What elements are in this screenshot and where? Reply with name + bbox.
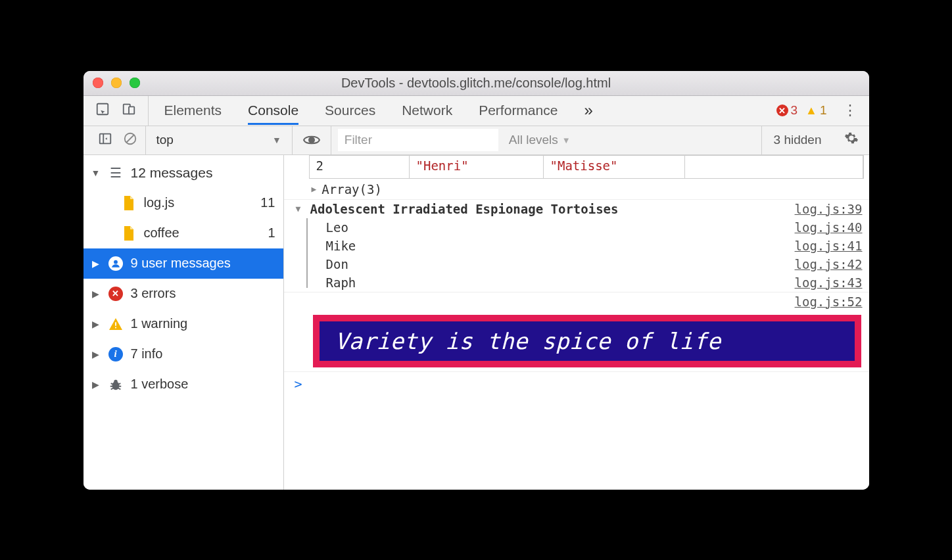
bug-icon: [108, 377, 123, 392]
console-group-header[interactable]: ▼ Adolescent Irradiated Espionage Tortoi…: [284, 199, 869, 218]
warning-count: 1: [820, 103, 827, 118]
chevron-right-icon: ▶: [91, 319, 101, 329]
error-icon: ✕: [776, 105, 788, 116]
sidebar-user-messages[interactable]: ▶ 9 user messages: [83, 248, 283, 279]
inspect-element-icon[interactable]: [95, 102, 110, 120]
sidebar-verbose[interactable]: ▶ 1 verbose: [83, 369, 283, 400]
tab-elements[interactable]: Elements: [164, 96, 222, 125]
list-icon: ☰: [108, 166, 123, 180]
console-group-body: Leo log.js:40 Mike log.js:41 Don log.js:…: [284, 218, 869, 292]
styled-log-output: Variety is the spice of life: [313, 315, 861, 367]
error-count: 3: [791, 103, 798, 118]
sidebar-messages-label: 12 messages: [131, 165, 213, 181]
group-title: Adolescent Irradiated Espionage Tortoise…: [308, 202, 795, 216]
log-levels-selector[interactable]: All levels ▼: [509, 133, 571, 147]
table-cell-empty: [685, 156, 863, 178]
tab-strip: Elements Console Sources Network Perform…: [83, 96, 869, 126]
file-icon: [122, 226, 136, 241]
svg-line-18: [118, 388, 120, 389]
warning-icon: ▲: [805, 104, 817, 118]
svg-line-6: [126, 135, 133, 142]
console-prompt[interactable]: >: [284, 371, 869, 396]
console-table-row[interactable]: 2 "Henri" "Matisse": [309, 155, 864, 179]
live-expression-icon[interactable]: [293, 126, 331, 154]
log-message: Raph: [323, 275, 795, 290]
console-log-line[interactable]: Mike log.js:41: [284, 237, 869, 255]
file-count: 1: [268, 225, 275, 241]
log-message: Leo: [323, 220, 795, 235]
tab-network[interactable]: Network: [402, 96, 452, 125]
source-link[interactable]: log.js:43: [795, 275, 863, 290]
console-output[interactable]: 2 "Henri" "Matisse" ▶ Array(3) ▼ Adolesc…: [284, 155, 869, 490]
zoom-window-button[interactable]: [130, 78, 140, 88]
file-name: log.js: [144, 195, 175, 210]
tab-sources[interactable]: Sources: [325, 96, 375, 125]
window-title: DevTools - devtools.glitch.me/console/lo…: [83, 76, 869, 91]
clear-console-icon[interactable]: [123, 131, 137, 149]
main-area: ▼ ☰ 12 messages log.js 11 coffee 1 ▶: [83, 155, 869, 490]
context-selector[interactable]: top ▼: [146, 126, 293, 154]
devtools-window: DevTools - devtools.glitch.me/console/lo…: [83, 71, 869, 490]
sidebar-errors[interactable]: ▶ ✕ 3 errors: [83, 279, 283, 309]
table-cell-index: 2: [310, 156, 410, 178]
info-label: 7 info: [131, 346, 163, 362]
verbose-label: 1 verbose: [131, 377, 189, 392]
console-log-line[interactable]: log.js:52: [284, 292, 869, 311]
tabs-overflow-icon[interactable]: »: [584, 101, 592, 120]
levels-label: All levels: [509, 133, 558, 147]
prompt-caret-icon: >: [295, 376, 302, 392]
chevron-right-icon: ▶: [312, 184, 317, 194]
svg-point-8: [114, 260, 118, 264]
source-link[interactable]: log.js:39: [795, 202, 863, 216]
toggle-sidebar-icon[interactable]: [98, 131, 112, 149]
filter-input[interactable]: Filter: [338, 129, 498, 151]
tab-row: Elements Console Sources Network Perform…: [149, 96, 776, 125]
tab-performance[interactable]: Performance: [479, 96, 558, 125]
source-link[interactable]: log.js:52: [795, 294, 863, 309]
hidden-messages-label[interactable]: 3 hidden: [761, 126, 834, 154]
svg-rect-9: [115, 322, 116, 325]
sidebar-warnings[interactable]: ▶ 1 warning: [83, 309, 283, 339]
source-link[interactable]: log.js:42: [795, 257, 863, 271]
sidebar-file-logjs[interactable]: log.js 11: [83, 188, 283, 218]
error-count-badge[interactable]: ✕ 3: [776, 103, 798, 118]
sidebar-info[interactable]: ▶ i 7 info: [83, 339, 283, 369]
console-log-line[interactable]: Leo log.js:40: [284, 218, 869, 237]
toolbar-left: [90, 126, 146, 154]
console-sidebar: ▼ ☰ 12 messages log.js 11 coffee 1 ▶: [83, 155, 284, 490]
warning-count-badge[interactable]: ▲ 1: [805, 103, 826, 118]
warning-icon: [108, 317, 123, 331]
chevron-right-icon: ▶: [91, 349, 101, 360]
file-name: coffee: [144, 225, 179, 241]
file-count: 11: [260, 195, 275, 210]
user-messages-label: 9 user messages: [131, 256, 231, 271]
window-controls: [93, 78, 140, 88]
chevron-down-icon: ▼: [296, 204, 308, 214]
settings-menu-icon[interactable]: ⋮: [843, 102, 857, 119]
svg-point-7: [309, 137, 314, 143]
dropdown-caret-icon: ▼: [562, 135, 571, 145]
tab-right-status: ✕ 3 ▲ 1 ⋮: [776, 102, 869, 119]
svg-point-12: [114, 379, 118, 383]
device-toggle-icon[interactable]: [122, 102, 136, 120]
source-link[interactable]: log.js:41: [795, 239, 863, 253]
file-icon: [122, 196, 136, 210]
svg-rect-10: [115, 327, 116, 328]
tab-console[interactable]: Console: [248, 96, 298, 125]
array-expand-row[interactable]: ▶ Array(3): [284, 181, 869, 199]
sidebar-messages[interactable]: ▼ ☰ 12 messages: [83, 158, 283, 188]
warnings-label: 1 warning: [131, 316, 188, 331]
close-window-button[interactable]: [93, 78, 103, 88]
errors-label: 3 errors: [131, 286, 176, 301]
sidebar-file-coffee[interactable]: coffee 1: [83, 218, 283, 248]
table-cell-last: "Matisse": [544, 156, 685, 178]
error-icon: ✕: [108, 287, 123, 301]
source-link[interactable]: log.js:40: [795, 220, 863, 235]
dropdown-caret-icon: ▼: [272, 135, 281, 145]
console-settings-icon[interactable]: [834, 131, 869, 149]
table-cell-first: "Henri": [410, 156, 544, 178]
console-log-line[interactable]: Don log.js:42: [284, 255, 869, 273]
minimize-window-button[interactable]: [111, 78, 122, 88]
log-message: Don: [323, 257, 795, 271]
console-log-line[interactable]: Raph log.js:43: [284, 273, 869, 292]
